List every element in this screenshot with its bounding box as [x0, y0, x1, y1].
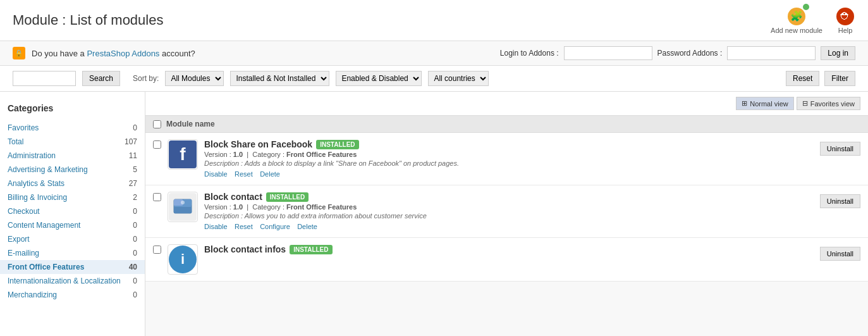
filter-button[interactable]: Filter — [824, 71, 855, 86]
sidebar-item-label: E-mailing — [8, 249, 39, 258]
normal-view-label: Normal view — [750, 100, 788, 108]
header-actions: 🧩 Add new module ⛑ Help — [771, 6, 855, 34]
country-select[interactable]: All countries — [428, 71, 489, 86]
module-actions: Disable Reset Delete — [204, 170, 814, 178]
view-toggle: ⊞ Normal view ⊟ Favorites view — [145, 92, 868, 116]
filter-bar: Search Sort by: All Modules Name Date In… — [0, 66, 868, 92]
sidebar-item-count: 0 — [133, 249, 137, 258]
favorites-view-label: Favorites view — [810, 100, 855, 108]
contact-module-icon — [169, 193, 197, 221]
module-info-col: Block Share on Facebook INSTALLED Versio… — [204, 139, 814, 178]
configure-link[interactable]: Configure — [260, 223, 290, 230]
svg-rect-7 — [174, 207, 192, 213]
install-status-select[interactable]: Installed & Not Installed Installed Not … — [230, 71, 329, 86]
addons-password-input[interactable] — [727, 46, 816, 60]
sidebar-item-count: 2 — [133, 193, 137, 202]
lock-icon: 🔒 — [13, 47, 25, 59]
module-item: i Block contact infos INSTALLED Uninstal… — [145, 238, 868, 282]
module-actions: Disable Reset Configure Delete — [204, 222, 814, 231]
favorites-view-button[interactable]: ⊟ Favorites view — [797, 97, 860, 110]
sidebar-item-total[interactable]: Total 107 — [0, 135, 145, 149]
sidebar-item-label: Content Management — [8, 221, 80, 230]
sidebar-item-i18n[interactable]: Internationalization & Localization 0 — [0, 274, 145, 288]
module-item: Block contact INSTALLED Version : 1.0 | … — [145, 185, 868, 238]
sidebar-title: Categories — [0, 98, 145, 121]
sidebar-item-count: 0 — [133, 207, 137, 216]
module-name: Block Share on Facebook INSTALLED — [204, 139, 814, 149]
installed-badge: INSTALLED — [316, 140, 358, 149]
prestashop-addons-link[interactable]: PrestaShop Addons — [87, 49, 159, 58]
module-name-text: Block contact infos — [204, 244, 286, 254]
sidebar-item-count: 0 — [133, 221, 137, 230]
sidebar-item-count: 11 — [129, 151, 137, 160]
sidebar-item-front-office[interactable]: Front Office Features 40 — [0, 260, 145, 274]
module-name-column-header: Module name — [166, 120, 215, 128]
add-module-label: Add new module — [771, 27, 822, 34]
add-module-button[interactable]: 🧩 Add new module — [771, 6, 822, 34]
module-checkbox[interactable] — [153, 140, 161, 149]
select-all-checkbox[interactable] — [153, 120, 161, 128]
sort-by-select[interactable]: All Modules Name Date — [165, 71, 224, 86]
module-checkbox-col — [153, 244, 161, 256]
sidebar-item-label: Advertising & Marketing — [8, 165, 88, 174]
installed-badge: INSTALLED — [266, 192, 309, 202]
addons-login-input[interactable] — [564, 46, 652, 60]
puzzle-icon: 🧩 — [786, 6, 807, 27]
login-to-addons-label: Login to Addons : — [500, 49, 559, 58]
module-action-col: Uninstall — [820, 244, 860, 261]
uninstall-button[interactable]: Uninstall — [820, 194, 860, 208]
enabled-status-select[interactable]: Enabled & Disabled Enabled Disabled — [336, 71, 422, 86]
main-layout: Categories Favorites 0 Total 107 Adminis… — [0, 92, 868, 336]
reset-link[interactable]: Reset — [235, 170, 253, 178]
module-checkbox[interactable] — [153, 193, 161, 201]
sidebar-item-analytics[interactable]: Analytics & Stats 27 — [0, 177, 145, 190]
sidebar-item-checkout[interactable]: Checkout 0 — [0, 204, 145, 218]
reset-button[interactable]: Reset — [786, 71, 819, 86]
sidebar-item-label: Internationalization & Localization — [8, 277, 121, 285]
disable-link[interactable]: Disable — [204, 170, 228, 178]
module-description: Description : Allows you to add extra in… — [204, 212, 814, 220]
sidebar-item-export[interactable]: Export 0 — [0, 232, 145, 246]
module-checkbox[interactable] — [153, 246, 161, 254]
sidebar-item-content[interactable]: Content Management 0 — [0, 218, 145, 232]
page-title: Module : List of modules — [13, 12, 163, 28]
sidebar-item-count: 5 — [133, 165, 137, 174]
module-info-col: Block contact infos INSTALLED — [204, 244, 814, 254]
sidebar-item-count: 0 — [133, 235, 137, 244]
search-button[interactable]: Search — [82, 71, 120, 86]
module-meta: Version : 1.0 | Category : Front Office … — [204, 203, 814, 211]
facebook-icon: f — [169, 140, 197, 168]
module-content: ⊞ Normal view ⊟ Favorites view Module na… — [145, 92, 868, 336]
module-list-header: Module name — [145, 116, 868, 133]
addons-login-button[interactable]: Log in — [821, 46, 855, 60]
normal-view-button[interactable]: ⊞ Normal view — [736, 97, 794, 110]
uninstall-button[interactable]: Uninstall — [820, 142, 860, 156]
sidebar-item-count: 40 — [129, 263, 137, 271]
reset-link[interactable]: Reset — [235, 223, 253, 230]
sidebar-item-emailing[interactable]: E-mailing 0 — [0, 246, 145, 260]
search-input[interactable] — [13, 71, 76, 86]
svg-text:🧩: 🧩 — [790, 10, 803, 22]
sidebar-item-billing[interactable]: Billing & Invoicing 2 — [0, 190, 145, 204]
module-info-col: Block contact INSTALLED Version : 1.0 | … — [204, 192, 814, 231]
delete-link[interactable]: Delete — [297, 223, 317, 230]
list-icon: ⊟ — [802, 99, 808, 108]
module-name-text: Block Share on Facebook — [204, 139, 312, 149]
sidebar-item-advertising[interactable]: Advertising & Marketing 5 — [0, 163, 145, 177]
module-meta: Version : 1.0 | Category : Front Office … — [204, 151, 814, 158]
disable-link[interactable]: Disable — [204, 223, 228, 230]
uninstall-button[interactable]: Uninstall — [820, 247, 860, 261]
sidebar-item-merchandizing[interactable]: Merchandizing 0 — [0, 288, 145, 302]
help-label: Help — [838, 27, 853, 34]
sidebar-item-label: Billing & Invoicing — [8, 193, 67, 202]
sort-by-label: Sort by: — [133, 74, 159, 83]
svg-point-8 — [181, 201, 185, 204]
sidebar-item-favorites[interactable]: Favorites 0 — [0, 121, 145, 135]
password-addons-label: Password Addons : — [657, 49, 723, 58]
sidebar-item-administration[interactable]: Administration 11 — [0, 149, 145, 163]
module-name: Block contact INSTALLED — [204, 192, 814, 202]
delete-link[interactable]: Delete — [260, 170, 280, 178]
page-header: Module : List of modules 🧩 Add new modul… — [0, 0, 868, 41]
grid-icon: ⊞ — [742, 99, 747, 108]
help-button[interactable]: ⛑ Help — [835, 6, 855, 34]
